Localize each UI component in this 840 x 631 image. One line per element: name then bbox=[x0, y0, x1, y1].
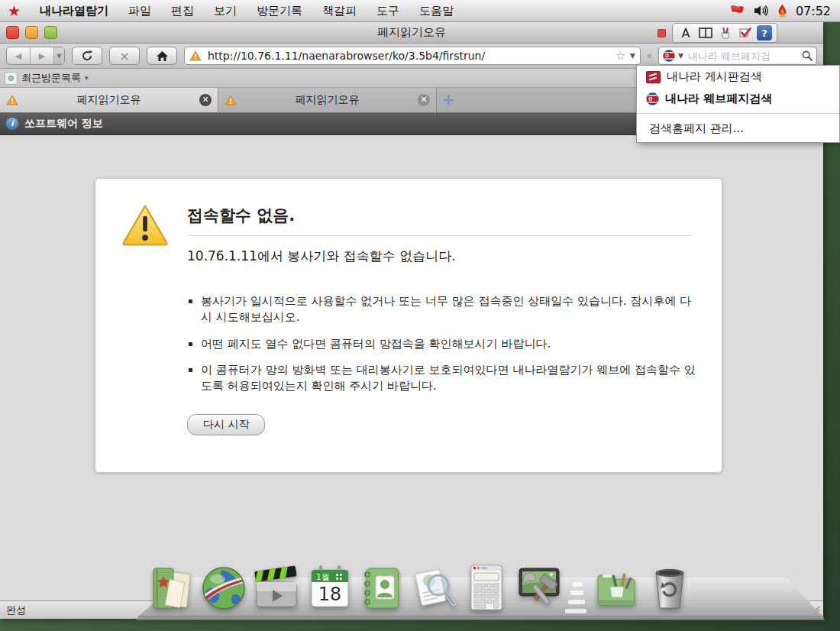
error-bullet: 봉사기가 일시적으로 사용할수 없거나 또는 너무 많은 접속중인 상태일수 있… bbox=[201, 293, 697, 326]
font-size-icon[interactable]: A bbox=[677, 25, 694, 40]
split-view-icon[interactable] bbox=[697, 25, 714, 40]
dock-item-media-player[interactable] bbox=[252, 564, 301, 613]
tab-title: 페지읽기오유 bbox=[23, 93, 195, 107]
url-dropdown-icon[interactable]: ▼ bbox=[630, 52, 635, 60]
search-box[interactable]: ▼ bbox=[658, 47, 817, 65]
dock-item-system-tools[interactable] bbox=[515, 564, 564, 613]
recent-history-icon: ⚙ bbox=[5, 72, 18, 85]
menu-item-help[interactable]: 도움말 bbox=[409, 0, 464, 21]
error-warning-icon bbox=[121, 203, 169, 248]
calendar-icon: 1월 18 bbox=[305, 564, 354, 613]
info-icon: i bbox=[6, 118, 18, 130]
flag-tray-icon[interactable] bbox=[729, 4, 746, 18]
search-icon[interactable] bbox=[802, 50, 813, 61]
dock-divider-dash bbox=[570, 591, 583, 595]
board-search-icon bbox=[646, 71, 661, 83]
tab-warning-icon bbox=[225, 95, 237, 105]
address-book-icon bbox=[357, 564, 406, 613]
tab-2[interactable]: 페지읽기오유 ✕ bbox=[218, 88, 437, 112]
menu-item-tools[interactable]: 도구 bbox=[367, 0, 409, 21]
menu-item-history[interactable]: 방문기록 bbox=[247, 0, 312, 21]
error-title: 접속할수 없음. bbox=[187, 205, 295, 226]
infobar-text: 쏘프트웨어 정보 bbox=[24, 117, 103, 131]
status-text: 완성 bbox=[0, 603, 26, 617]
error-divider bbox=[187, 235, 693, 236]
flame-tray-icon[interactable] bbox=[777, 4, 788, 18]
home-icon[interactable] bbox=[147, 47, 177, 65]
menu-item-file[interactable]: 파일 bbox=[118, 0, 161, 21]
url-input[interactable] bbox=[206, 49, 611, 63]
forward-icon[interactable]: ▶ bbox=[31, 47, 54, 64]
dock-platform-edge bbox=[131, 616, 825, 620]
dock-divider-dash bbox=[573, 582, 583, 587]
titlebar[interactable]: 페지읽기오유 A ? bbox=[0, 21, 823, 44]
tab-title: 페지읽기오유 bbox=[241, 93, 413, 107]
search-engine-menu: 내나라 게시판검색 내나라 웨브페지검색 검색홈페지 관리... bbox=[636, 65, 840, 143]
history-dropdown-icon[interactable]: ▼ bbox=[54, 47, 64, 64]
media-player-icon bbox=[252, 564, 301, 613]
svg-text:18: 18 bbox=[318, 584, 342, 605]
menu-item-manage-engines[interactable]: 검색홈페지 관리... bbox=[637, 117, 839, 142]
svg-text:1월: 1월 bbox=[316, 572, 330, 582]
error-card: 접속할수 없음. 10.76.1.11에서 봉사기와 접속할수 없습니다. 봉사… bbox=[95, 178, 722, 473]
stop-icon[interactable]: × bbox=[109, 47, 140, 65]
page-warning-icon bbox=[189, 50, 202, 61]
speaker-volume-icon[interactable] bbox=[754, 5, 769, 17]
menu-item-view[interactable]: 보기 bbox=[204, 0, 247, 21]
dock-divider-dash bbox=[565, 609, 586, 613]
dprk-flag-icon bbox=[646, 92, 659, 105]
titlebar-toolgroup: A ? bbox=[672, 23, 777, 43]
menu-item-board-search[interactable]: 내나라 게시판검색 bbox=[637, 66, 839, 88]
red-star-logo-icon[interactable]: ★ bbox=[8, 4, 21, 18]
retry-button[interactable]: 다시 시작 bbox=[187, 414, 265, 435]
search-engine-dropdown-icon[interactable]: ▼ bbox=[678, 52, 683, 60]
calculator-icon bbox=[462, 564, 511, 613]
toolbar-separator bbox=[648, 54, 651, 58]
dock: 1월 18 bbox=[131, 544, 825, 622]
dprk-flag-icon[interactable] bbox=[663, 50, 675, 62]
file-manager-icon bbox=[147, 564, 196, 613]
tab-warning-icon bbox=[6, 95, 18, 105]
dock-item-search[interactable] bbox=[409, 564, 458, 613]
reload-icon[interactable] bbox=[72, 47, 102, 65]
bookmark-star-icon[interactable]: ☆ bbox=[615, 49, 625, 63]
tab-1[interactable]: 페지읽기오유 ✕ bbox=[0, 88, 218, 112]
new-tab-icon[interactable]: ✛ bbox=[437, 88, 460, 112]
tab-close-icon[interactable]: ✕ bbox=[199, 94, 212, 106]
page-content: 접속할수 없음. 10.76.1.11에서 봉사기와 접속할수 없습니다. 봉사… bbox=[0, 135, 823, 604]
error-subtitle: 10.76.1.11에서 봉사기와 접속할수 없습니다. bbox=[187, 248, 456, 265]
error-bullet: 이 콤퓨터가 망의 방화벽 또는 대리봉사기로 보호되여있다면 내나라열람기가 … bbox=[201, 362, 697, 395]
menu-item-app[interactable]: 내나라열람기 bbox=[30, 0, 118, 21]
menu-item-edit[interactable]: 편집 bbox=[161, 0, 204, 21]
menu-separator bbox=[637, 113, 839, 114]
nav-back-forward-group: ◀ ▶ ▼ bbox=[6, 47, 65, 65]
dock-item-utilities[interactable] bbox=[592, 564, 641, 613]
error-suggestions: 봉사기가 일시적으로 사용할수 없거나 또는 너무 많은 접속중인 상태일수 있… bbox=[187, 293, 697, 404]
file-search-icon bbox=[409, 564, 458, 613]
desktop: { "menubar": { "items": [ {"label": "내나라… bbox=[0, 0, 840, 631]
system-settings-icon bbox=[515, 564, 564, 613]
url-bar[interactable]: ☆ ▼ bbox=[184, 47, 641, 65]
help-icon[interactable]: ? bbox=[757, 25, 772, 40]
recent-history-menu[interactable]: 최근방문목록 bbox=[21, 71, 81, 85]
menu-item-web-search[interactable]: 내나라 웨브페지검색 bbox=[637, 88, 839, 110]
dock-item-calendar[interactable]: 1월 18 bbox=[305, 564, 354, 613]
search-input[interactable] bbox=[687, 50, 799, 63]
dock-item-browser[interactable] bbox=[199, 564, 248, 613]
dock-item-trash[interactable] bbox=[645, 564, 694, 613]
back-icon[interactable]: ◀ bbox=[7, 47, 31, 64]
notification-dot bbox=[657, 29, 666, 37]
check-validate-icon[interactable] bbox=[737, 25, 754, 40]
naenara-browser-icon bbox=[199, 564, 248, 613]
dock-item-contacts[interactable] bbox=[357, 564, 406, 613]
recent-history-caret-icon[interactable]: ▾ bbox=[85, 74, 89, 82]
dock-divider-dash bbox=[568, 600, 585, 604]
error-bullet: 어떤 페지도 열수 없다면 콤퓨터의 망접속을 확인해보시기 바랍니다. bbox=[201, 336, 697, 352]
dock-item-files[interactable] bbox=[147, 564, 196, 613]
menu-item-label: 내나라 게시판검색 bbox=[667, 70, 762, 84]
paint-tools-icon[interactable] bbox=[717, 25, 734, 40]
tab-close-icon[interactable]: ✕ bbox=[418, 94, 430, 106]
menubar: ★ 내나라열람기 파일 편집 보기 방문기록 책갈피 도구 도움말 07:52 bbox=[0, 0, 840, 22]
menu-item-bookmarks[interactable]: 책갈피 bbox=[312, 0, 367, 21]
dock-item-calculator[interactable] bbox=[462, 564, 511, 613]
